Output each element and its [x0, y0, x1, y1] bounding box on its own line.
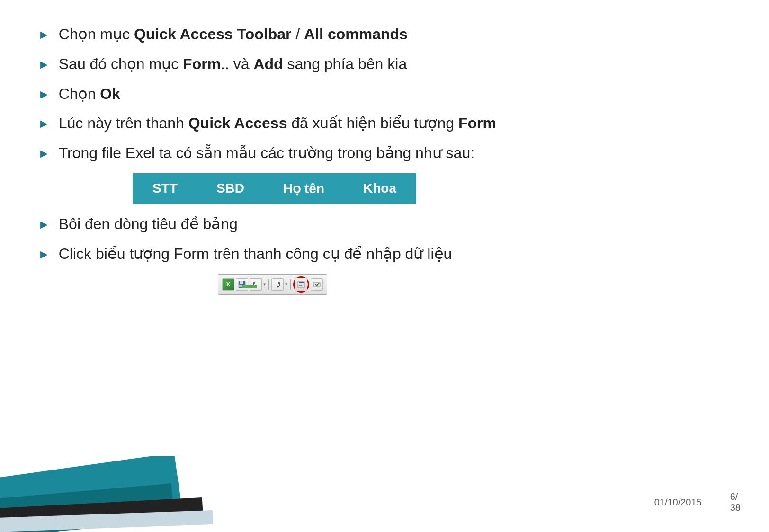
- list-item: ► Lúc này trên thanh Quick Access đã xuấ…: [38, 113, 731, 134]
- bold-span: Add: [253, 55, 283, 72]
- svg-rect-8: [299, 284, 304, 284]
- bullet-list-bottom: ► Bôi đen dòng tiêu đề bảng ► Click biểu…: [38, 213, 731, 265]
- footer: 01/10/2015 6/ 38: [654, 491, 741, 513]
- footer-date: 01/10/2015: [654, 497, 702, 508]
- table-header-khoa: Khoa: [344, 174, 416, 204]
- separator2: [290, 279, 291, 290]
- save-icon: [236, 278, 248, 291]
- extra-icon: [311, 278, 323, 291]
- list-item: ► Chọn Ok: [38, 83, 731, 105]
- list-item: ► Chọn mục Quick Access Toolbar / All co…: [38, 24, 731, 45]
- slide-content: ► Chọn mục Quick Access Toolbar / All co…: [0, 0, 769, 295]
- form-icon: [295, 278, 307, 291]
- bullet-arrow-icon: ►: [38, 145, 50, 162]
- separator: [268, 279, 269, 290]
- svg-rect-2: [240, 282, 242, 282]
- list-item: ► Trong file Exel ta có sẵn mẫu các trườ…: [38, 142, 731, 164]
- table-container: STT SBD Họ tên Khoa: [133, 173, 731, 204]
- table-header-stt: STT: [133, 174, 197, 204]
- bullet-text: Bôi đen dòng tiêu đề bảng: [59, 213, 731, 235]
- list-item: ► Click biểu tượng Form trên thanh công …: [38, 243, 731, 265]
- bold-span: Quick Access Toolbar: [134, 26, 292, 43]
- list-item: ► Sau đó chọn mục Form.. và Add sang phí…: [38, 53, 731, 75]
- bullet-text: Chọn Ok: [59, 83, 731, 105]
- dropdown-arrow: ▾: [263, 281, 266, 287]
- bold-span: Form: [183, 55, 221, 72]
- bullet-arrow-icon: ►: [38, 56, 50, 73]
- toolbar-image-container: X ▾: [218, 274, 731, 295]
- page-current: 6/: [730, 491, 738, 502]
- toolbar-mockup: X ▾: [218, 274, 327, 295]
- bold-span: All commands: [304, 26, 408, 43]
- bullet-text: Sau đó chọn mục Form.. và Add sang phía …: [59, 53, 731, 75]
- bullet-arrow-icon: ►: [38, 86, 50, 103]
- footer-page: 6/ 38: [730, 491, 741, 513]
- svg-rect-1: [240, 281, 243, 284]
- undo-icon: [250, 278, 262, 291]
- green-bar: [242, 285, 257, 288]
- bullet-text: Click biểu tượng Form trên thanh công cụ…: [59, 243, 731, 265]
- list-item: ► Bôi đen dòng tiêu đề bảng: [38, 213, 731, 235]
- bold-span: Form: [458, 115, 496, 132]
- page-total: 38: [730, 502, 741, 513]
- bullet-arrow-icon: ►: [38, 26, 50, 43]
- bullet-text: Chọn mục Quick Access Toolbar / All comm…: [59, 24, 731, 45]
- bottom-decoration: [0, 456, 237, 532]
- bullet-text: Trong file Exel ta có sẵn mẫu các trường…: [59, 142, 731, 164]
- bold-span: Quick Access: [188, 115, 287, 132]
- data-table: STT SBD Họ tên Khoa: [133, 173, 416, 204]
- svg-rect-9: [299, 285, 302, 286]
- table-header-row: STT SBD Họ tên Khoa: [133, 174, 416, 204]
- bullet-text: Lúc này trên thanh Quick Access đã xuất …: [59, 113, 731, 134]
- form-icon-circled: [293, 276, 309, 293]
- bullet-list-top: ► Chọn mục Quick Access Toolbar / All co…: [38, 24, 731, 164]
- excel-icon: X: [222, 278, 234, 291]
- bullet-arrow-icon: ►: [38, 115, 50, 132]
- bold-span: Ok: [100, 85, 120, 102]
- redo-icon: [271, 278, 284, 291]
- bullet-arrow-icon: ►: [38, 246, 50, 263]
- bullet-arrow-icon: ►: [38, 216, 50, 233]
- table-header-hoten: Họ tên: [264, 174, 344, 204]
- dropdown-arrow2: ▾: [285, 281, 288, 287]
- svg-rect-7: [299, 282, 304, 283]
- table-header-sbd: SBD: [197, 174, 264, 204]
